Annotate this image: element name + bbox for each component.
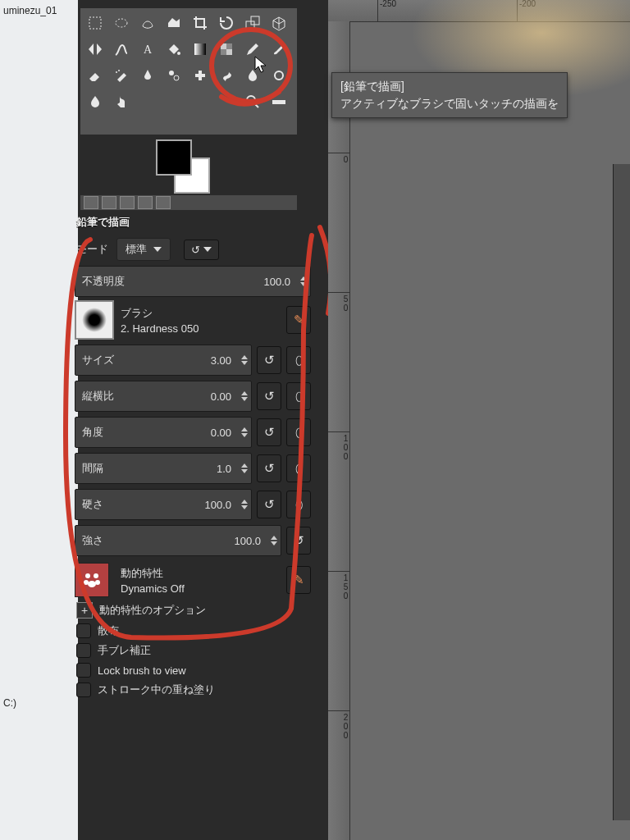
param-reset-button[interactable]: ↺ [257,346,281,374]
param-link-button[interactable]: ⬯ [286,491,311,518]
spin-arrows[interactable] [241,463,248,473]
spin-arrows[interactable] [271,536,277,546]
tool-warp[interactable] [108,36,135,62]
expand-icon[interactable]: + [76,602,93,619]
tool-rect-select[interactable] [82,10,108,36]
dock-tab-2[interactable] [102,196,116,209]
ruler-horizontal[interactable]: -250 -200 [328,0,630,22]
spin-arrows[interactable] [241,500,248,509]
tool-pattern[interactable] [213,36,240,62]
check-row-4[interactable]: ストローク中の重ね塗り [76,682,309,697]
param-row-3: 間隔 1.0 ↺⬯ [75,453,311,484]
tool-heal[interactable] [187,62,213,89]
checkbox[interactable] [76,643,91,658]
param-value: 3.00 [211,354,231,367]
tool-empty-4 [213,89,240,115]
param-reset-button[interactable]: ↺ [257,382,281,410]
check-row-3[interactable]: Lock brush to view [76,663,309,678]
tool-free-select[interactable] [135,10,161,36]
tool-scale[interactable] [240,10,266,36]
svg-point-1 [116,19,127,27]
param-spin[interactable]: 強さ 100.0 [75,525,281,556]
tool-measure[interactable] [266,89,292,115]
side-scroll[interactable] [613,164,630,820]
tool-blur[interactable] [240,62,266,89]
check-row-2[interactable]: 手ブレ補正 [76,643,309,658]
tool-finger[interactable] [108,89,135,115]
checkbox[interactable] [76,663,91,678]
tool-clone[interactable] [161,62,187,89]
color-well[interactable] [156,139,213,189]
canvas-area[interactable]: -250 -200 0 50 100 150 200 [328,0,630,840]
mode-reset-button[interactable]: ↺ [184,240,219,260]
tool-gradient[interactable] [187,36,213,62]
dock-tab-1[interactable] [84,196,98,209]
tool-ink[interactable] [135,62,161,89]
paw-icon [81,569,103,591]
tool-airbrush[interactable] [108,62,135,89]
svg-rect-6 [194,43,206,55]
param-reset-button[interactable]: ↺ [286,527,311,555]
param-reset-button[interactable]: ↺ [257,454,281,482]
param-link-button[interactable]: ⬯ [286,418,311,446]
spin-arrows[interactable] [241,355,248,365]
param-link-button[interactable]: ⬯ [286,454,311,482]
param-spin[interactable]: 角度 0.00 [75,417,252,448]
tool-ellipse-select[interactable] [108,10,135,36]
check-label: 動的特性のオプション [99,603,206,618]
tool-paintbrush[interactable] [266,36,292,62]
checkbox[interactable] [76,682,91,697]
fg-color[interactable] [156,139,192,176]
edit-icon: ✎ [294,313,304,327]
opacity-spin[interactable]: 不透明度 100.0 [75,266,311,297]
brush-edit-button[interactable]: ✎ [286,306,311,334]
dock-tab-4[interactable] [138,196,153,209]
tool-empty-2 [161,89,187,115]
param-spin[interactable]: 縦横比 0.00 [75,381,252,412]
tool-fuzzy-select[interactable] [161,10,187,36]
chevron-down-icon [203,247,212,252]
ruler-tick: -200 [517,0,536,21]
param-row-1: 縦横比 0.00 ↺⬯ [75,381,311,412]
dynamics-thumbnail[interactable] [75,563,109,597]
svg-text:A: A [144,43,153,56]
mode-select[interactable]: 標準 [116,238,171,261]
param-spin[interactable]: 硬さ 100.0 [75,489,252,520]
tool-text[interactable]: A [135,36,161,62]
spin-arrows[interactable] [300,276,307,286]
param-reset-button[interactable]: ↺ [257,491,281,518]
svg-rect-8 [221,43,226,49]
spin-arrows[interactable] [241,391,248,401]
ruler-vertical[interactable]: 0 50 100 150 200 [328,21,350,840]
dock-tab-5[interactable] [156,196,171,209]
check-row-1[interactable]: 散布 [76,623,309,638]
param-link-button[interactable]: ⬯ [286,346,311,374]
param-spin[interactable]: 間隔 1.0 [75,453,252,484]
dock-tab-3[interactable] [120,196,135,209]
param-label: 角度 [82,425,103,440]
param-spin[interactable]: サイズ 3.00 [75,345,252,376]
tool-eraser[interactable] [82,62,108,89]
tool-pencil[interactable] [240,36,266,62]
check-row-0[interactable]: +動的特性のオプション [76,602,309,619]
tool-rotate[interactable] [213,10,240,36]
param-reset-button[interactable]: ↺ [257,418,281,446]
tool-crop[interactable] [187,10,213,36]
tool-bucket[interactable] [161,36,187,62]
dock-tabstrip[interactable] [80,195,297,210]
svg-rect-17 [272,100,285,104]
tool-drop[interactable] [82,89,108,115]
dynamics-edit-button[interactable]: ✎ [286,566,311,594]
spin-arrows[interactable] [241,427,248,437]
svg-point-14 [275,71,283,80]
param-link-button[interactable]: ⬯ [286,382,311,410]
tool-zoom[interactable] [240,89,266,115]
tool-flip[interactable] [82,36,108,62]
toolbox: A [80,8,297,135]
opacity-label: 不透明度 [82,274,125,289]
brush-thumbnail[interactable] [75,300,114,340]
tool-dodge[interactable] [266,62,292,89]
tool-smudge[interactable] [213,62,240,89]
checkbox[interactable] [76,623,91,638]
tool-cube[interactable] [266,10,292,36]
